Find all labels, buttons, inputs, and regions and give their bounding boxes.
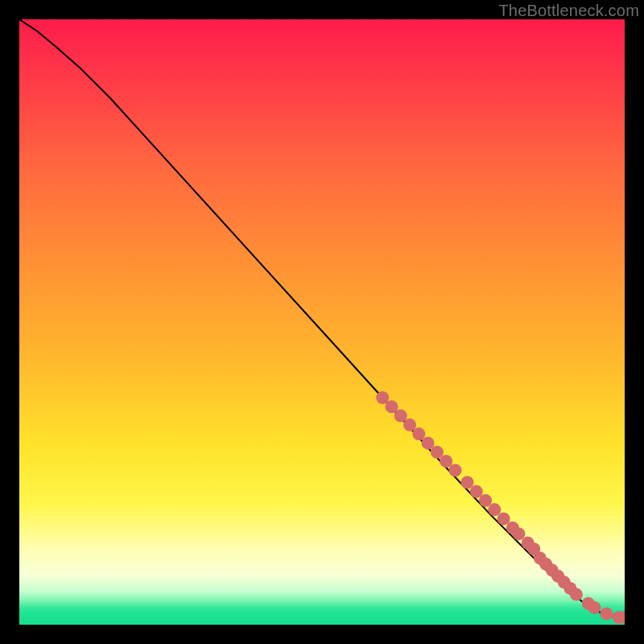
point-points-upper [470, 485, 483, 498]
point-points-upper [412, 427, 425, 440]
point-points-upper [403, 419, 416, 431]
point-points-upper [488, 503, 501, 516]
point-points-upper [394, 410, 407, 423]
point-points-upper [512, 527, 525, 540]
point-points-upper [431, 446, 444, 459]
point-points-upper [479, 494, 492, 507]
point-points-upper [460, 476, 473, 489]
point-points-lower [570, 588, 583, 601]
series-curve [19, 19, 625, 617]
watermark-text: TheBottleneck.com [498, 2, 639, 20]
chart-frame: TheBottleneck.com [0, 0, 644, 644]
point-points-lower [600, 607, 613, 620]
point-points-upper [448, 464, 461, 477]
point-points-upper [422, 436, 435, 449]
point-points-upper [376, 391, 389, 404]
plot-area [19, 19, 625, 625]
point-points-upper [385, 400, 398, 413]
point-points-lower [588, 601, 601, 614]
point-points-upper [440, 455, 452, 468]
chart-svg [19, 19, 625, 625]
point-points-upper [497, 512, 510, 525]
